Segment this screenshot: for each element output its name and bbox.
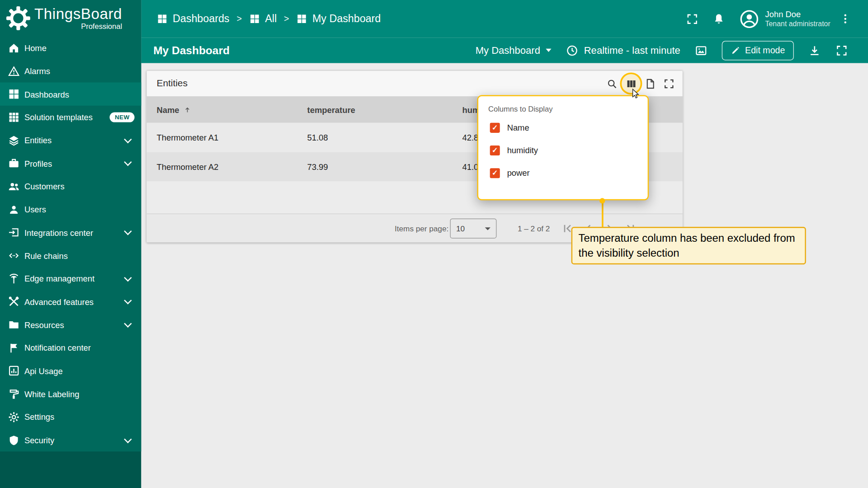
dashboard-content: Entities Nametemperaturehumidity Thermom… (141, 63, 868, 488)
sidebar-item-users[interactable]: Users (0, 198, 141, 221)
popup-title: Columns to Display (478, 96, 648, 116)
dashboard-grid-icon (157, 13, 168, 24)
image-gallery-icon[interactable] (695, 44, 708, 56)
checkbox-checked-icon[interactable]: ✓ (490, 168, 500, 178)
column-option-humidity[interactable]: ✓humidity (478, 139, 648, 161)
sidebar-item-label: Integrations center (24, 228, 93, 237)
column-option-label: humidity (507, 145, 538, 155)
sidebar-item-label: Rule chains (24, 251, 68, 260)
app-window: ThingsBoard Professional HomeAlarmsDashb… (0, 0, 868, 488)
user-role: Tenant administrator (765, 19, 830, 29)
column-option-label: Name (507, 123, 529, 132)
export-file-icon[interactable] (644, 78, 656, 89)
users-icon (8, 203, 20, 216)
sidebar-item-security[interactable]: Security (0, 429, 141, 452)
sort-ascending-icon (183, 105, 191, 113)
toolbar-fullscreen-icon[interactable] (835, 44, 848, 56)
sidebar-item-home[interactable]: Home (0, 37, 141, 60)
user-info: John Doe Tenant administrator (765, 9, 830, 29)
edit-mode-label: Edit mode (745, 45, 785, 55)
edit-mode-button[interactable]: Edit mode (722, 41, 794, 60)
checkbox-checked-icon[interactable]: ✓ (490, 122, 500, 132)
column-option-power[interactable]: ✓power (478, 162, 648, 184)
column-option-name[interactable]: ✓Name (478, 116, 648, 139)
notifications-bell-icon[interactable] (712, 13, 725, 25)
sidebar-item-entities[interactable]: Entities (0, 129, 141, 152)
items-per-page-label: Items per page: (395, 224, 448, 233)
chevron-down-icon (124, 274, 132, 282)
sidebar-item-customers[interactable]: Customers (0, 175, 141, 198)
user-avatar[interactable] (739, 9, 760, 29)
breadcrumb-label: My Dashboard (312, 13, 381, 25)
chevron-down-icon (124, 228, 132, 235)
sidebar-item-rule-chains[interactable]: Rule chains (0, 244, 141, 267)
dashboard-grid-icon (249, 13, 260, 24)
dashboard-select[interactable]: My Dashboard (476, 45, 552, 56)
column-header-name[interactable]: Name (157, 105, 307, 114)
search-icon[interactable] (606, 78, 618, 89)
sidebar-item-label: Api Usage (24, 366, 63, 376)
sidebar-item-label: Notification center (24, 343, 91, 353)
top-header: Dashboards>All>My Dashboard John Doe Ten… (141, 0, 868, 38)
sidebar-item-label: Security (24, 436, 54, 445)
widget-fullscreen-icon[interactable] (663, 78, 675, 89)
sidebar-item-notification-center[interactable]: Notification center (0, 336, 141, 359)
annotation-connector-dot (599, 198, 605, 203)
new-badge: NEW (110, 112, 135, 122)
timewindow-button[interactable]: Realtime - last minute (566, 44, 680, 56)
thingsboard-gear-icon (5, 5, 31, 31)
sidebar-menu: ThingsBoard Professional HomeAlarmsDashb… (0, 0, 141, 452)
sidebar-item-solution-templates[interactable]: Solution templatesNEW (0, 106, 141, 129)
more-menu-icon[interactable] (839, 13, 851, 25)
dashboard-select-value: My Dashboard (476, 45, 540, 56)
sidebar-item-label: Resources (24, 320, 64, 329)
annotation-connector-line (602, 202, 603, 228)
thingsboard-logo[interactable]: ThingsBoard Professional (0, 0, 141, 37)
chevron-down-icon (124, 320, 132, 328)
sidebar-item-resources[interactable]: Resources (0, 313, 141, 336)
sidebar-item-settings[interactable]: Settings (0, 406, 141, 429)
page-range-label: 1 – 2 of 2 (518, 224, 550, 233)
logo-title: ThingsBoard (34, 6, 122, 22)
breadcrumb-item-dashboards[interactable]: Dashboards (157, 13, 230, 25)
column-header-label: Name (157, 105, 179, 114)
annotation-callout: Temperature column has been excluded fro… (571, 227, 806, 264)
columns-to-display-popup: Columns to Display ✓Name✓humidity✓power (477, 95, 649, 201)
sidebar-item-white-labeling[interactable]: White Labeling (0, 383, 141, 406)
sidebar-item-api-usage[interactable]: Api Usage (0, 359, 141, 382)
solution-icon (8, 111, 20, 123)
items-per-page-select[interactable]: 10 (450, 219, 497, 239)
dashboard-grid-icon (296, 13, 307, 24)
resources-icon (8, 319, 20, 331)
sidebar-item-integrations-center[interactable]: Integrations center (0, 221, 141, 244)
download-icon[interactable] (808, 44, 821, 56)
sidebar-item-advanced-features[interactable]: Advanced features (0, 290, 141, 313)
breadcrumb-item-all[interactable]: All (249, 13, 277, 25)
user-name: John Doe (765, 9, 830, 19)
advanced-icon (8, 296, 20, 308)
dashboards-icon (8, 88, 20, 100)
security-icon (8, 434, 20, 446)
sidebar-item-label: Entities (24, 136, 52, 145)
breadcrumb-separator: > (284, 14, 289, 24)
sidebar-nav: HomeAlarmsDashboardsSolution templatesNE… (0, 37, 141, 452)
sidebar-item-alarms[interactable]: Alarms (0, 60, 141, 83)
header-actions: John Doe Tenant administrator (686, 9, 868, 29)
logo-subtitle: Professional (81, 22, 122, 30)
fullscreen-icon[interactable] (686, 13, 698, 25)
sidebar-item-edge-management[interactable]: Edge management (0, 267, 141, 290)
table-cell: Thermometer A2 (157, 162, 307, 172)
sidebar-item-profiles[interactable]: Profiles (0, 152, 141, 175)
breadcrumb-item-my-dashboard[interactable]: My Dashboard (296, 13, 381, 25)
sidebar-item-dashboards[interactable]: Dashboards (0, 83, 141, 106)
widget-title: Entities (157, 78, 188, 89)
table-cell: 51.08 (307, 133, 462, 142)
breadcrumb-separator: > (236, 14, 241, 24)
chevron-down-icon (546, 49, 551, 52)
checkbox-checked-icon[interactable]: ✓ (490, 145, 500, 155)
column-header-temperature[interactable]: temperature (307, 105, 462, 114)
chevron-down-icon (124, 297, 132, 305)
alarms-icon (8, 65, 20, 77)
mouse-cursor-icon (630, 87, 641, 99)
clock-icon (566, 44, 578, 56)
